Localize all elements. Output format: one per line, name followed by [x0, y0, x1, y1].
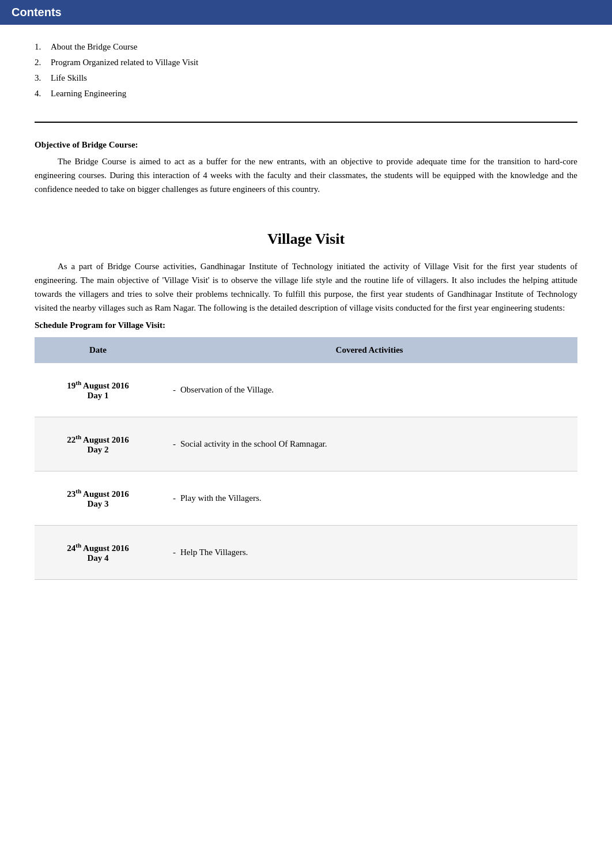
date-cell: 22th August 2016 Day 2: [35, 417, 161, 471]
toc-num: 2.: [35, 58, 51, 67]
date-sup: th: [75, 433, 81, 440]
toc-num: 4.: [35, 89, 51, 99]
toc-text: About the Bridge Course: [51, 42, 137, 52]
activity-cell: -Play with the Villagers.: [161, 471, 577, 526]
village-visit-intro: As a part of Bridge Course activities, G…: [35, 259, 577, 315]
activity-text: Help The Villagers.: [180, 548, 248, 557]
table-row: 19th August 2016 Day 1 -Observation of t…: [35, 363, 577, 417]
objective-para: The Bridge Course is aimed to act as a b…: [35, 154, 577, 196]
schedule-heading: Schedule Program for Village Visit:: [35, 320, 577, 330]
dash: -: [173, 548, 176, 557]
objective-title: Objective of Bridge Course:: [35, 140, 577, 150]
activity-text: Play with the Villagers.: [180, 493, 261, 503]
toc-text: Learning Engineering: [51, 89, 126, 99]
toc-item: 4.Learning Engineering: [35, 89, 577, 99]
date-day: Day 1: [87, 391, 108, 400]
dash: -: [173, 385, 176, 394]
dash: -: [173, 493, 176, 503]
date-sup: th: [75, 488, 81, 495]
objective-section: Objective of Bridge Course: The Bridge C…: [0, 134, 612, 207]
village-visit-heading: Village Visit: [35, 231, 577, 248]
toc-num: 3.: [35, 73, 51, 83]
table-row: 22th August 2016 Day 2 -Social activity …: [35, 417, 577, 471]
date-day: Day 2: [87, 445, 108, 454]
date-sup: th: [75, 542, 81, 549]
date-day: Day 3: [87, 499, 108, 508]
activity-cell: -Social activity in the school Of Ramnag…: [161, 417, 577, 471]
activity-text: Observation of the Village.: [180, 385, 274, 394]
table-row: 23th August 2016 Day 3 -Play with the Vi…: [35, 471, 577, 526]
toc-list: 1.About the Bridge Course2.Program Organ…: [35, 42, 577, 99]
contents-header: Contents: [0, 0, 612, 25]
table-row: 24th August 2016 Day 4 -Help The Village…: [35, 526, 577, 580]
dash: -: [173, 439, 176, 448]
toc-section: 1.About the Bridge Course2.Program Organ…: [0, 36, 612, 110]
date-cell: 23th August 2016 Day 3: [35, 471, 161, 526]
activity-text: Social activity in the school Of Ramnaga…: [180, 439, 327, 448]
col-activities: Covered Activities: [161, 337, 577, 363]
page: Contents 1.About the Bridge Course2.Prog…: [0, 0, 612, 868]
toc-num: 1.: [35, 42, 51, 52]
activity-cell: -Observation of the Village.: [161, 363, 577, 417]
toc-item: 1.About the Bridge Course: [35, 42, 577, 52]
date-sup: th: [75, 379, 81, 386]
date-cell: 19th August 2016 Day 1: [35, 363, 161, 417]
toc-text: Life Skills: [51, 73, 87, 83]
schedule-table: Date Covered Activities 19th August 2016…: [35, 337, 577, 580]
contents-title: Contents: [12, 6, 62, 18]
section-divider: [35, 122, 577, 123]
date-day: Day 4: [87, 553, 108, 563]
toc-text: Program Organized related to Village Vis…: [51, 58, 198, 67]
col-date: Date: [35, 337, 161, 363]
village-visit-section: Village Visit As a part of Bridge Course…: [0, 207, 612, 586]
toc-item: 3.Life Skills: [35, 73, 577, 83]
date-cell: 24th August 2016 Day 4: [35, 526, 161, 580]
activity-cell: -Help The Villagers.: [161, 526, 577, 580]
toc-item: 2.Program Organized related to Village V…: [35, 58, 577, 67]
